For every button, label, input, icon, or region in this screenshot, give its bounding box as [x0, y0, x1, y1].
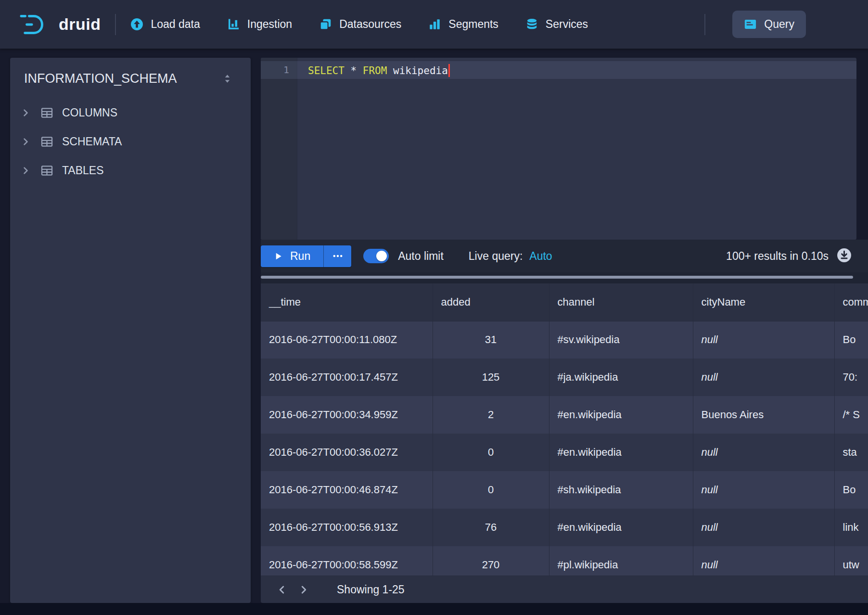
column-header-cityName[interactable]: cityName [693, 283, 834, 321]
cell-added[interactable]: 125 [433, 359, 549, 396]
cell-added[interactable]: 0 [433, 471, 549, 509]
chevron-right-icon [21, 108, 30, 117]
cell-comment[interactable]: link [834, 509, 868, 546]
cell-added[interactable]: 2 [433, 396, 549, 434]
cell-channel[interactable]: #sh.wikipedia [549, 471, 693, 509]
cell-cityName[interactable]: null [693, 509, 834, 546]
table-row: 2016-06-27T00:00:11.080Z31#sv.wikipedian… [261, 321, 868, 359]
cell-channel[interactable]: #pl.wikipedia [549, 546, 693, 576]
cell-comment[interactable]: 70: [834, 359, 868, 396]
run-button[interactable]: Run [261, 245, 323, 267]
auto-limit-toggle[interactable] [363, 249, 389, 263]
cell-channel[interactable]: #en.wikipedia [549, 434, 693, 471]
schema-title: INFORMATION_SCHEMA [24, 71, 177, 86]
nav-label: Ingestion [247, 18, 292, 31]
nav-item-datasources[interactable]: Datasources [319, 18, 401, 31]
cell-comment[interactable]: Bo [834, 321, 868, 359]
cell-channel[interactable]: #en.wikipedia [549, 509, 693, 546]
cell-added[interactable]: 270 [433, 546, 549, 576]
cell-time[interactable]: 2016-06-27T00:00:17.457Z [261, 359, 433, 396]
cell-cityName[interactable]: null [693, 546, 834, 576]
sql-token-plain: wikipedia [387, 65, 447, 77]
chevron-left-icon [277, 585, 287, 595]
cell-cityName[interactable]: null [693, 471, 834, 509]
cell-time[interactable]: 2016-06-27T00:00:58.599Z [261, 546, 433, 576]
tree-item-label: TABLES [62, 164, 104, 177]
schema-tree: COLUMNSSCHEMATATABLES [10, 98, 251, 185]
query-view: 1 SELECT * FROM wikipedia Run Auto limit… [261, 58, 868, 603]
table-icon [40, 135, 53, 148]
tree-item-schemata[interactable]: SCHEMATA [10, 127, 251, 156]
table-row: 2016-06-27T00:00:34.959Z2#en.wikipediaBu… [261, 396, 868, 434]
nav-item-load-data[interactable]: Load data [130, 18, 200, 31]
navbar-divider [704, 14, 705, 35]
cell-comment[interactable]: Bo [834, 471, 868, 509]
nav-label: Datasources [339, 18, 401, 31]
column-header-added[interactable]: added [433, 283, 549, 321]
auto-limit-label: Auto limit [398, 250, 444, 263]
nav-item-ingestion[interactable]: Ingestion [227, 18, 292, 31]
nav-item-segments[interactable]: Segments [428, 18, 498, 31]
run-label: Run [290, 250, 310, 263]
cell-time[interactable]: 2016-06-27T00:00:36.027Z [261, 434, 433, 471]
nav-item-services[interactable]: Services [525, 18, 588, 31]
druid-logo-icon [19, 13, 50, 37]
column-header-comment[interactable]: comment [834, 283, 868, 321]
download-icon [837, 248, 852, 263]
cell-comment[interactable]: utw [834, 546, 868, 576]
toggle-knob [376, 251, 387, 261]
column-header-time[interactable]: __time [261, 283, 433, 321]
text-cursor [448, 64, 450, 77]
brand-name: druid [59, 15, 101, 34]
live-query-label: Live query: [469, 250, 523, 263]
run-more-button[interactable] [323, 245, 351, 267]
cell-cityName[interactable]: null [693, 359, 834, 396]
services-icon [525, 18, 538, 31]
horizontal-scrollbar-thumb[interactable] [261, 276, 853, 279]
run-button-group: Run [261, 245, 351, 267]
cell-time[interactable]: 2016-06-27T00:00:56.913Z [261, 509, 433, 546]
live-query-value[interactable]: Auto [529, 250, 552, 263]
cell-channel[interactable]: #en.wikipedia [549, 396, 693, 434]
cell-comment[interactable]: /* S [834, 396, 868, 434]
schema-selector[interactable]: INFORMATION_SCHEMA [10, 58, 251, 92]
table-row: 2016-06-27T00:00:17.457Z125#ja.wikipedia… [261, 359, 868, 396]
cell-cityName[interactable]: null [693, 321, 834, 359]
cell-cityName[interactable]: Buenos Aires [693, 396, 834, 434]
sql-token-keyword: SELECT [308, 65, 345, 77]
double-caret-vertical-icon [222, 74, 232, 84]
prev-page-button[interactable] [270, 578, 293, 601]
next-page-button[interactable] [293, 578, 315, 601]
cell-added[interactable]: 31 [433, 321, 549, 359]
sql-query-text[interactable]: SELECT * FROM wikipedia [308, 61, 450, 79]
column-header-channel[interactable]: channel [549, 283, 693, 321]
bottom-strip [0, 603, 868, 615]
table-icon [40, 164, 53, 177]
navbar-divider [115, 14, 116, 35]
cell-time[interactable]: 2016-06-27T00:00:34.959Z [261, 396, 433, 434]
druid-brand[interactable]: druid [19, 13, 101, 37]
showing-label: Showing 1-25 [337, 583, 405, 596]
pagination-bar: Showing 1-25 [261, 576, 868, 603]
cell-time[interactable]: 2016-06-27T00:00:11.080Z [261, 321, 433, 359]
datasources-icon [319, 18, 332, 31]
cell-added[interactable]: 0 [433, 434, 549, 471]
results-header-row: __timeaddedchannelcityNamecomment [261, 283, 868, 321]
chevron-right-icon [299, 585, 309, 595]
download-button[interactable] [837, 248, 852, 264]
tree-item-tables[interactable]: TABLES [10, 156, 251, 185]
sql-token-plain: * [345, 65, 363, 77]
editor-gutter [261, 58, 297, 240]
cell-channel[interactable]: #ja.wikipedia [549, 359, 693, 396]
cell-channel[interactable]: #sv.wikipedia [549, 321, 693, 359]
cell-time[interactable]: 2016-06-27T00:00:46.874Z [261, 471, 433, 509]
cell-cityName[interactable]: null [693, 434, 834, 471]
results-table: __timeaddedchannelcityNamecomment 2016-0… [261, 283, 868, 576]
chevron-right-icon [21, 166, 30, 175]
cell-added[interactable]: 76 [433, 509, 549, 546]
cell-comment[interactable]: sta [834, 434, 868, 471]
nav-item-query[interactable]: Query [732, 11, 806, 38]
tree-item-columns[interactable]: COLUMNS [10, 98, 251, 127]
sql-editor[interactable]: 1 SELECT * FROM wikipedia [261, 58, 856, 240]
line-number: 1 [261, 61, 297, 79]
